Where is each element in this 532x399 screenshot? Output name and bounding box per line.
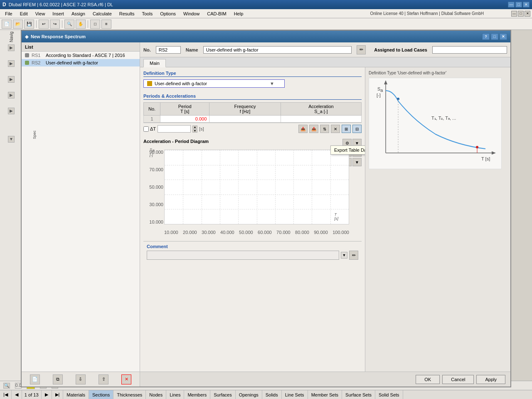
menu-file[interactable]: File — [2, 10, 16, 17]
delta-t-down[interactable]: ▼ — [192, 129, 197, 133]
x-label-40: 40.000 — [220, 230, 234, 235]
sort-button[interactable]: ⇅ — [320, 125, 329, 133]
menu-cad-bim[interactable]: CAD-BIM — [204, 10, 229, 17]
tab-main[interactable]: Main — [143, 59, 166, 67]
right-panel-spec: Spec — [32, 131, 37, 139]
list-new-button[interactable]: 📄 — [30, 374, 40, 384]
periods-title: Periods & Accelerations — [143, 94, 362, 100]
comment-action-button[interactable]: ✏ — [349, 251, 358, 260]
chart-canvas[interactable]: T[s] — [164, 150, 349, 224]
minimize-button[interactable]: — — [508, 2, 515, 7]
win-restore[interactable]: □ — [518, 11, 524, 17]
zoom-button[interactable]: 🔍 — [64, 20, 74, 29]
win-minimize[interactable]: — — [511, 11, 517, 17]
name-field[interactable] — [203, 46, 352, 54]
menu-insert[interactable]: Insert — [49, 10, 67, 17]
tab-materials[interactable]: Materials — [63, 390, 89, 399]
nav-arrow-down-6[interactable]: ▼ — [8, 136, 15, 143]
menu-results[interactable]: Results — [116, 10, 138, 17]
menu-help[interactable]: Help — [231, 10, 247, 17]
comment-field[interactable] — [147, 251, 339, 260]
cell-frequency[interactable] — [209, 116, 281, 123]
search-icon[interactable]: 🔍 — [3, 383, 10, 389]
nav-arrow-down-3[interactable]: ▶ — [8, 76, 15, 83]
periods-table: No. Period T [s] Frequency f — [143, 102, 362, 123]
nav-last[interactable]: ▶| — [52, 390, 64, 399]
tab-nodes[interactable]: Nodes — [146, 390, 166, 399]
nav-arrow-down-5[interactable]: ▶ — [8, 108, 15, 114]
open-button[interactable]: 📂 — [13, 20, 23, 29]
nav-arrow-down-2[interactable]: ▶ — [8, 60, 15, 67]
tab-openings[interactable]: Openings — [236, 390, 262, 399]
tab-surfaces[interactable]: Surfaces — [210, 390, 235, 399]
pan-button[interactable]: ✋ — [76, 20, 86, 29]
tab-lines[interactable]: Lines — [166, 390, 184, 399]
delete-row-button[interactable]: ✕ — [331, 125, 340, 133]
tab-thicknesses[interactable]: Thicknesses — [113, 390, 146, 399]
dialog-close-button[interactable]: ✕ — [500, 33, 507, 40]
menu-view[interactable]: View — [32, 10, 49, 17]
tab-member-sets[interactable]: Member Sets — [308, 390, 342, 399]
def-type-select[interactable]: User-defined with g-factor ▼ — [143, 79, 285, 88]
menu-tools[interactable]: Tools — [138, 10, 156, 17]
win-close[interactable]: ✕ — [525, 11, 530, 17]
new-button[interactable]: 📄 — [2, 20, 12, 29]
menu-window[interactable]: Window — [180, 10, 203, 17]
menu-calculate[interactable]: Calculate — [89, 10, 115, 17]
delta-t-value[interactable] — [158, 125, 191, 133]
apply-button[interactable]: Apply — [476, 375, 505, 384]
cell-period[interactable]: 0.000 — [160, 116, 209, 123]
tab-sections[interactable]: Sections — [89, 390, 113, 399]
y-label-70: 70.000 — [149, 167, 163, 172]
list-item-rs1[interactable]: RS1 According to Standard - ASCE 7 | 201… — [22, 52, 140, 59]
nav-prev[interactable]: ◀ — [12, 390, 22, 399]
form-area: Definition Type User-defined with g-fact… — [140, 67, 365, 372]
tab-surface-sets[interactable]: Surface Sets — [342, 390, 375, 399]
redo-button[interactable]: ↪ — [50, 20, 60, 29]
dialog-help-button[interactable]: ? — [482, 33, 490, 40]
save-button[interactable]: 💾 — [24, 20, 34, 29]
maximize-button[interactable]: □ — [515, 2, 522, 7]
tab-members[interactable]: Members — [184, 390, 210, 399]
no-field[interactable] — [156, 46, 181, 54]
menu-assign[interactable]: Assign — [68, 10, 89, 17]
name-label: Name — [186, 47, 198, 52]
nav-next[interactable]: ▶ — [42, 390, 52, 399]
tab-solid-sets[interactable]: Solid Sets — [375, 390, 403, 399]
comment-dropdown-button[interactable]: ▼ — [341, 252, 347, 259]
list-export-button[interactable]: ⇧ — [99, 374, 108, 384]
paste-button[interactable]: ⊟ — [352, 125, 362, 133]
menu-options[interactable]: Options — [157, 10, 179, 17]
ok-button[interactable]: OK — [416, 375, 440, 384]
dialog-maximize-button[interactable]: □ — [491, 33, 498, 40]
nav-arrow-down-4[interactable]: ▶ — [8, 92, 15, 99]
edit-name-button[interactable]: ✏ — [357, 45, 366, 54]
menu-edit[interactable]: Edit — [17, 10, 31, 17]
list-duplicate-button[interactable]: ⧉ — [53, 374, 63, 384]
tab-solids[interactable]: Solids — [262, 390, 282, 399]
tab-line-sets[interactable]: Line Sets — [282, 390, 308, 399]
col-accel-header: Acceleration S_a [-] — [281, 103, 361, 116]
copy-button[interactable]: ⊞ — [342, 125, 351, 133]
tabs-row: Main — [140, 57, 510, 67]
nav-first[interactable]: |◀ — [0, 390, 12, 399]
nav-arrow-down-1[interactable]: ▶ — [8, 44, 15, 51]
list-items-container: RS1 According to Standard - ASCE 7 | 201… — [22, 52, 140, 372]
export-csv-button[interactable]: 📤 — [309, 125, 318, 133]
results-button[interactable]: ≡ — [101, 20, 111, 29]
close-button[interactable]: ✕ — [523, 2, 530, 7]
list-item-id-rs2: RS2 — [32, 60, 43, 65]
list-item-rs2[interactable]: RS2 User-defined with g-factor — [22, 59, 140, 66]
cell-acceleration[interactable] — [281, 116, 361, 123]
list-item-dot-rs1 — [25, 53, 29, 57]
import-csv-button[interactable]: 📥 — [298, 125, 308, 133]
delta-t-up[interactable]: ▲ — [192, 126, 197, 129]
main-toolbar: 📄 📂 💾 ↩ ↪ 🔍 ✋ □ ≡ — [0, 18, 532, 30]
delta-t-checkbox[interactable] — [143, 126, 149, 132]
render-button[interactable]: □ — [90, 20, 100, 29]
list-delete-button[interactable]: ✕ — [121, 374, 131, 384]
undo-button[interactable]: ↩ — [39, 20, 49, 29]
list-import-button[interactable]: ⇩ — [76, 374, 86, 384]
cancel-button[interactable]: Cancel — [442, 375, 474, 384]
assigned-field[interactable] — [432, 46, 507, 54]
